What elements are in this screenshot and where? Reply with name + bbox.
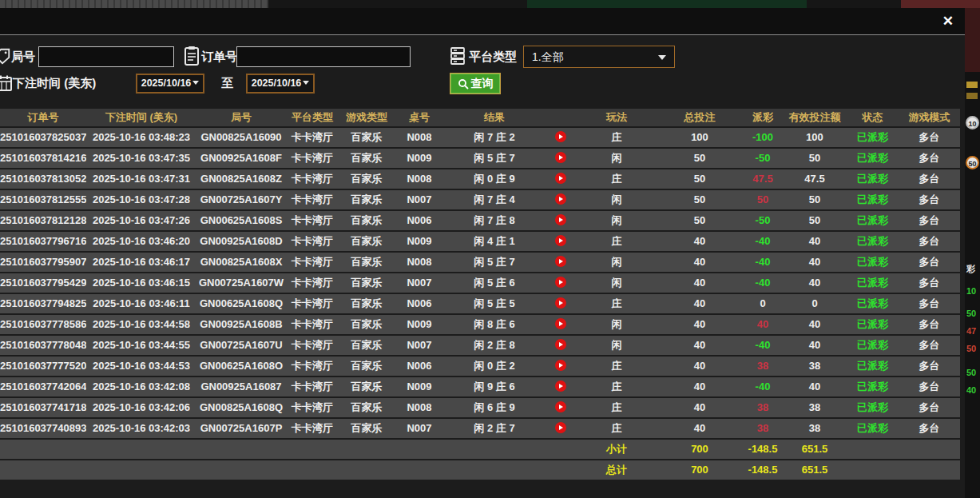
- replay-play-icon[interactable]: [555, 256, 566, 267]
- replay-play-icon[interactable]: [555, 193, 566, 205]
- replay-play-icon[interactable]: [555, 131, 566, 142]
- replay-play-icon[interactable]: [555, 380, 566, 392]
- cell-payout: -40: [743, 377, 783, 396]
- cell-status: 已派彩: [847, 253, 899, 272]
- cell-status: 已派彩: [847, 190, 899, 209]
- cell-valid_bet: 40: [783, 273, 847, 293]
- cell-platform: 卡卡湾厅: [286, 294, 339, 313]
- cell-game_no: GN00825A1608Q: [196, 398, 286, 417]
- cell-valid_bet: 38: [783, 357, 847, 376]
- replay-play-icon[interactable]: [555, 422, 566, 433]
- cell-table_no: N009: [395, 377, 444, 396]
- cell-table_no: N007: [395, 190, 444, 209]
- cell-payout: 38: [743, 398, 783, 417]
- cell-total_bet: 40: [657, 357, 743, 376]
- date-to-value: 2025/10/16: [252, 78, 302, 89]
- search-button[interactable]: 查询: [450, 73, 501, 94]
- replay-play-icon[interactable]: [555, 318, 566, 329]
- cell-payout: -40: [743, 253, 783, 272]
- cell-platform: 卡卡湾厅: [286, 190, 339, 209]
- cell-payout: 38: [743, 419, 783, 438]
- replay-play-icon[interactable]: [555, 401, 566, 412]
- cell-status: 已派彩: [847, 211, 899, 230]
- replay-play-icon[interactable]: [555, 360, 566, 371]
- table-row: 2510160378142162025-10-16 03:47:35GN0092…: [0, 149, 960, 168]
- cell-game_no: GN00625A1608Q: [196, 294, 286, 313]
- casino-chip-10: 10: [966, 116, 979, 129]
- replay-play-icon[interactable]: [555, 173, 566, 184]
- order-no-input[interactable]: [236, 46, 411, 67]
- total-result: [444, 460, 545, 480]
- cell-platform: 卡卡湾厅: [286, 273, 339, 293]
- table-row: 2510160378121282025-10-16 03:47:26GN0062…: [0, 211, 960, 230]
- close-icon[interactable]: ✕: [942, 14, 954, 30]
- date-to-picker[interactable]: 2025/10/16: [246, 74, 315, 94]
- cell-result: 闲 7 庄 4: [444, 190, 545, 209]
- cell-table_no: N006: [395, 294, 444, 313]
- header-total_bet: 总投注: [657, 109, 743, 126]
- background-image-fragment: [965, 8, 980, 72]
- cell-mode: 多台: [899, 149, 960, 168]
- platform-type-label: 平台类型: [469, 50, 517, 65]
- cell-result: 闲 5 庄 7: [444, 149, 545, 168]
- total-status: [847, 460, 899, 480]
- cell-bet_time: 2025-10-16 03:46:11: [86, 294, 196, 313]
- play-triangle: [559, 280, 563, 285]
- cell-mode: 多台: [899, 211, 960, 230]
- replay-play-icon[interactable]: [555, 152, 566, 163]
- cell-order_no: 251016037813052: [0, 169, 86, 189]
- replay-play-icon[interactable]: [555, 339, 566, 350]
- date-from-picker[interactable]: 2025/10/16: [136, 74, 204, 94]
- cell-game_type: 百家乐: [339, 128, 395, 147]
- cell-payout: -40: [743, 232, 783, 251]
- cell-mode: 多台: [899, 357, 960, 376]
- cell-order_no: 251016037812555: [0, 190, 86, 209]
- replay-play-icon[interactable]: [555, 214, 566, 225]
- cell-status: 已派彩: [847, 377, 899, 396]
- background-number-fragment: 50: [966, 344, 976, 353]
- cell-play_btn: [545, 273, 577, 293]
- cell-game_no: GN00725A1607P: [196, 419, 286, 438]
- subtotal-result: [444, 440, 545, 459]
- cell-total_bet: 50: [657, 190, 743, 209]
- cell-mode: 多台: [899, 419, 960, 438]
- cell-game_type: 百家乐: [339, 294, 395, 313]
- subtotal-payout: -148.5: [743, 440, 783, 459]
- bet-history-dialog: ✕ 局号 订单号 平台类型 1.全部 下注时间 (美东) 2025/10/16 …: [0, 8, 965, 498]
- cell-game_no: GN00825A1608X: [196, 253, 286, 272]
- cell-order_no: 251016037796716: [0, 232, 86, 251]
- cell-payout: -40: [743, 336, 783, 355]
- subtotal-game_no: [196, 440, 286, 459]
- cell-platform: 卡卡湾厅: [286, 377, 339, 396]
- cell-game_type: 百家乐: [339, 357, 395, 376]
- cell-result: 闲 5 庄 5: [444, 294, 545, 313]
- cell-table_no: N007: [395, 419, 444, 438]
- replay-play-icon[interactable]: [555, 277, 566, 288]
- total-platform: [286, 460, 339, 480]
- cell-play_btn: [545, 377, 577, 396]
- total-valid_bet: 651.5: [783, 460, 847, 480]
- cell-mode: 多台: [899, 232, 960, 251]
- cell-platform: 卡卡湾厅: [286, 232, 339, 251]
- cell-status: 已派彩: [847, 336, 899, 355]
- cell-platform: 卡卡湾厅: [286, 357, 339, 376]
- cell-play_btn: [545, 149, 577, 168]
- cell-bet_time: 2025-10-16 03:46:15: [86, 273, 196, 293]
- tag-icon: [0, 47, 11, 68]
- replay-play-icon[interactable]: [555, 297, 566, 309]
- cell-valid_bet: 50: [783, 190, 847, 209]
- cell-play: 庄: [577, 419, 657, 438]
- cell-total_bet: 50: [657, 169, 743, 189]
- replay-play-icon[interactable]: [555, 235, 566, 246]
- cell-play_btn: [545, 253, 577, 272]
- cell-play: 庄: [577, 377, 657, 396]
- table-row: 2510160377967162025-10-16 03:46:20GN0092…: [0, 232, 960, 251]
- platform-type-select[interactable]: 1.全部: [523, 46, 675, 68]
- cell-play_btn: [545, 190, 577, 209]
- cell-payout: 50: [743, 190, 783, 209]
- table-row: 2510160377948252025-10-16 03:46:11GN0062…: [0, 294, 960, 313]
- game-no-input[interactable]: [38, 46, 174, 67]
- header-payout: 派彩: [743, 109, 783, 126]
- cell-play_btn: [545, 336, 577, 355]
- search-icon: [458, 78, 469, 90]
